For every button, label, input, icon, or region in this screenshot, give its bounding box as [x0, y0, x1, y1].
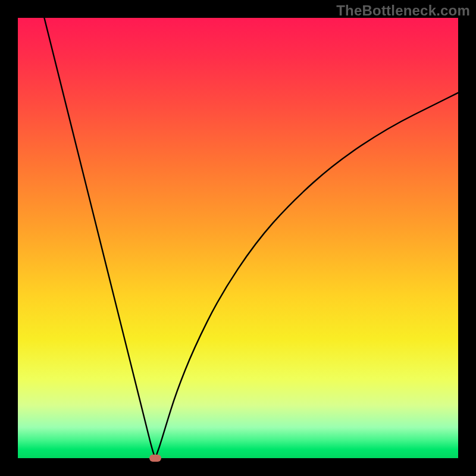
curve-layer	[18, 18, 458, 458]
curve-right	[155, 93, 458, 458]
chart-frame: TheBottleneck.com	[0, 0, 476, 476]
watermark-text: TheBottleneck.com	[336, 2, 470, 19]
curve-left	[44, 18, 155, 458]
minimum-marker	[149, 455, 161, 462]
plot-area	[18, 18, 458, 458]
